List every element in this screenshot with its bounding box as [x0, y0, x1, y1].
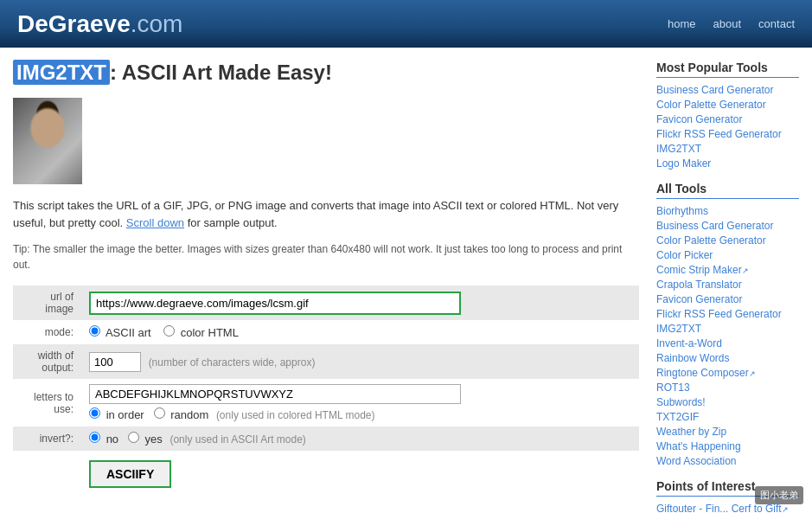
- width-hint: (number of characters wide, approx): [149, 356, 316, 369]
- invert-yes-label[interactable]: yes: [128, 433, 165, 446]
- all-tools-title: All Tools: [656, 182, 799, 199]
- sample-image: [13, 98, 82, 184]
- list-item: Word Association: [656, 454, 799, 467]
- all-link-8[interactable]: IMG2TXT: [656, 323, 701, 335]
- list-item: Color Palette Generator: [656, 98, 799, 111]
- external-icon: ↗: [742, 266, 751, 275]
- all-link-2[interactable]: Color Palette Generator: [656, 234, 766, 247]
- all-link-6[interactable]: Favicon Generator: [656, 293, 742, 305]
- main-content: IMG2TXT: ASCII Art Made Easy! This scrip…: [13, 61, 639, 513]
- mode-ascii-radio[interactable]: [89, 325, 100, 337]
- list-item: Weather by Zip: [656, 425, 799, 438]
- list-item: Giftouter - Fin... Cerf to Gift↗: [656, 502, 799, 513]
- all-link-17[interactable]: Word Association: [656, 455, 737, 467]
- all-link-13[interactable]: Subwords!: [656, 396, 706, 408]
- invert-row: invert?: no yes (only used in ASCII Art …: [13, 426, 639, 451]
- nav-contact[interactable]: contact: [758, 17, 795, 30]
- mode-row: mode: ASCII art color HTML: [13, 320, 639, 344]
- all-link-11[interactable]: Ringtone Composer↗: [656, 367, 758, 379]
- list-item: ROT13: [656, 381, 799, 394]
- list-item: TXT2GIF: [656, 410, 799, 423]
- popular-link-3[interactable]: Flickr RSS Feed Generator: [656, 128, 782, 140]
- width-input[interactable]: [89, 352, 141, 372]
- letters-row: letters to use: in order random: [13, 379, 639, 426]
- width-row: width of output: (number of characters w…: [13, 344, 639, 379]
- mode-html-label[interactable]: color HTML: [163, 326, 239, 339]
- popular-link-2[interactable]: Favicon Generator: [656, 113, 742, 125]
- title-rest: : ASCII Art Made Easy!: [110, 61, 332, 84]
- list-item: Invent-a-Word: [656, 337, 799, 349]
- external-icon: ↗: [782, 505, 790, 513]
- nav-about[interactable]: about: [713, 17, 742, 30]
- logo-com: .com: [131, 10, 183, 37]
- random-label[interactable]: random: [154, 408, 212, 421]
- nav-home[interactable]: home: [668, 17, 696, 30]
- all-link-3[interactable]: Color Picker: [656, 249, 713, 261]
- invert-hint: (only used in ASCII Art mode): [169, 433, 305, 446]
- description-text: This script takes the URL of a GIF, JPG,…: [13, 197, 639, 231]
- order-radio[interactable]: [89, 407, 100, 419]
- popular-title: Most Popular Tools: [656, 61, 799, 78]
- letters-cell: in order random (only used in colored HT…: [82, 379, 639, 426]
- popular-link-4[interactable]: IMG2TXT: [656, 143, 701, 155]
- random-hint: (only used in colored HTML mode): [216, 409, 375, 421]
- poi-link-0[interactable]: Giftouter - Fin... Cerf to Gift↗: [656, 503, 790, 513]
- invert-label: invert?:: [13, 426, 82, 451]
- order-label[interactable]: in order: [89, 407, 144, 421]
- invert-cell: no yes (only used in ASCII Art mode): [82, 426, 639, 451]
- invert-yes-radio[interactable]: [128, 432, 139, 443]
- list-item: Crapola Translator: [656, 278, 799, 291]
- header: DeGraeve.com home about contact: [0, 0, 812, 48]
- width-cell: (number of characters wide, approx): [82, 344, 639, 379]
- logo-bold: DeGraeve: [17, 10, 131, 37]
- site-logo[interactable]: DeGraeve.com: [17, 10, 182, 38]
- list-item: Comic Strip Maker↗: [656, 263, 799, 276]
- list-item: Color Palette Generator: [656, 234, 799, 247]
- image-placeholder: [13, 98, 82, 184]
- all-link-16[interactable]: What's Happening: [656, 440, 741, 452]
- all-links: Biorhythms Business Card Generator Color…: [656, 204, 799, 467]
- popular-link-1[interactable]: Color Palette Generator: [656, 99, 766, 111]
- scroll-link[interactable]: Scroll down: [126, 216, 184, 229]
- all-link-0[interactable]: Biorhythms: [656, 205, 708, 217]
- mode-ascii-label[interactable]: ASCII art: [89, 326, 154, 339]
- list-item: IMG2TXT: [656, 322, 799, 335]
- all-link-10[interactable]: Rainbow Words: [656, 352, 729, 364]
- letters-label: letters to use:: [13, 379, 82, 426]
- asciify-form[interactable]: url of image mode: ASCII art: [13, 285, 639, 493]
- all-link-1[interactable]: Business Card Generator: [656, 220, 773, 232]
- width-label: width of output:: [13, 344, 82, 379]
- external-icon: ↗: [749, 369, 758, 378]
- url-input[interactable]: [89, 292, 461, 315]
- poi-title: Points of Interest: [656, 479, 799, 497]
- all-link-15[interactable]: Weather by Zip: [656, 426, 726, 438]
- list-item: Subwords!: [656, 395, 799, 408]
- asciify-button[interactable]: ASCIIFY: [89, 460, 171, 488]
- invert-no-label[interactable]: no: [89, 433, 122, 446]
- url-row: url of image: [13, 285, 639, 320]
- mode-html-radio[interactable]: [163, 325, 175, 337]
- all-link-4[interactable]: Comic Strip Maker↗: [656, 264, 751, 276]
- page-layout: IMG2TXT: ASCII Art Made Easy! This scrip…: [0, 48, 812, 513]
- all-link-7[interactable]: Flickr RSS Feed Generator: [656, 308, 782, 320]
- all-link-5[interactable]: Crapola Translator: [656, 279, 742, 291]
- all-link-14[interactable]: TXT2GIF: [656, 411, 699, 423]
- popular-link-0[interactable]: Business Card Generator: [656, 84, 773, 96]
- letters-input[interactable]: [89, 384, 461, 404]
- random-radio[interactable]: [154, 407, 165, 419]
- poi-links: Giftouter - Fin... Cerf to Gift↗ Color H…: [656, 502, 799, 513]
- list-item: Favicon Generator: [656, 112, 799, 125]
- all-link-12[interactable]: ROT13: [656, 382, 690, 394]
- invert-no-radio[interactable]: [89, 432, 100, 443]
- list-item: Favicon Generator: [656, 292, 799, 305]
- popular-links: Business Card Generator Color Palette Ge…: [656, 83, 799, 170]
- url-cell: [82, 285, 639, 320]
- list-item: Business Card Generator: [656, 219, 799, 232]
- title-highlight: IMG2TXT: [13, 60, 110, 85]
- list-item: What's Happening: [656, 439, 799, 452]
- popular-link-5[interactable]: Logo Maker: [656, 157, 711, 170]
- all-link-9[interactable]: Invent-a-Word: [656, 337, 722, 349]
- list-item: Flickr RSS Feed Generator: [656, 127, 799, 140]
- list-item: Logo Maker: [656, 157, 799, 170]
- mode-cell: ASCII art color HTML: [82, 320, 639, 344]
